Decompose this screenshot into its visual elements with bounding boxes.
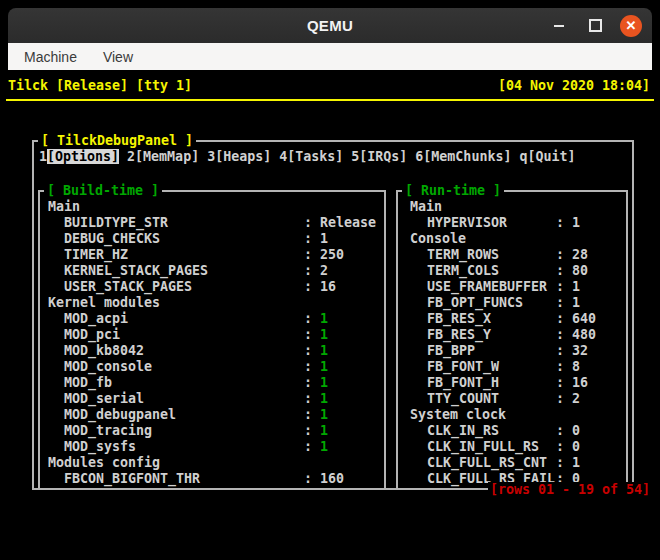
terminal-display[interactable]: Tilck [Release] [tty 1] [04 Nov 2020 18:… bbox=[0, 70, 660, 560]
run-time-panel: [ Run-time ] MainHYPERVISOR: 1ConsoleTER… bbox=[396, 190, 628, 490]
config-row: TERM_COLS: 80 bbox=[398, 263, 626, 279]
config-key: MOD_acpi bbox=[40, 311, 128, 326]
config-row: MOD_pci: 1 bbox=[40, 327, 384, 343]
config-value: 28 bbox=[572, 247, 588, 262]
config-value: 250 bbox=[320, 247, 344, 262]
tab-memmap[interactable]: 2[MemMap] bbox=[127, 149, 199, 165]
config-value: 1 bbox=[320, 391, 328, 406]
colon: : bbox=[304, 231, 320, 246]
config-key: FBCON_BIGFONT_THR bbox=[40, 471, 200, 486]
config-section-row: System clock bbox=[398, 407, 626, 423]
colon: : bbox=[304, 391, 320, 406]
config-key: HYPERVISOR bbox=[398, 215, 507, 230]
config-row: MOD_debugpanel: 1 bbox=[40, 407, 384, 423]
tab-memchunks[interactable]: 6[MemChunks] bbox=[415, 149, 511, 165]
config-value-group: : 1 bbox=[304, 231, 328, 247]
colon: : bbox=[556, 343, 572, 358]
config-key: FB_BPP bbox=[398, 343, 475, 358]
config-value-group: : 1 bbox=[556, 295, 580, 311]
config-value-group: : 480 bbox=[556, 327, 596, 343]
tab-label: [MemChunks] bbox=[423, 149, 511, 164]
config-value: 1 bbox=[320, 327, 328, 342]
maximize-button[interactable] bbox=[584, 15, 606, 37]
section-label: Modules config bbox=[40, 455, 160, 470]
minimize-icon bbox=[554, 25, 564, 27]
config-key: TERM_ROWS bbox=[398, 247, 499, 262]
config-value-group: : 2 bbox=[304, 263, 328, 279]
tab-heaps[interactable]: 3[Heaps] bbox=[207, 149, 271, 165]
tab-irqs[interactable]: 5[IRQs] bbox=[351, 149, 407, 165]
config-value-group: : 16 bbox=[304, 279, 336, 295]
colon: : bbox=[304, 375, 320, 390]
config-value: 16 bbox=[320, 279, 336, 294]
config-row: MOD_console: 1 bbox=[40, 359, 384, 375]
config-row: MOD_acpi: 1 bbox=[40, 311, 384, 327]
tab-options[interactable]: 1[Options] bbox=[39, 149, 119, 165]
config-value-group: : 1 bbox=[304, 391, 328, 407]
colon: : bbox=[556, 215, 572, 230]
tab-key: 2 bbox=[127, 149, 135, 164]
config-key: MOD_fb bbox=[40, 375, 112, 390]
maximize-icon bbox=[589, 19, 602, 32]
config-row: TERM_ROWS: 28 bbox=[398, 247, 626, 263]
config-value-group: : 2 bbox=[556, 391, 580, 407]
config-row: TIMER_HZ: 250 bbox=[40, 247, 384, 263]
config-key: DEBUG_CHECKS bbox=[40, 231, 160, 246]
config-value: 160 bbox=[320, 471, 344, 486]
colon: : bbox=[556, 455, 572, 470]
config-row: MOD_serial: 1 bbox=[40, 391, 384, 407]
run-time-title: [ Run-time ] bbox=[402, 183, 504, 199]
config-value: 480 bbox=[572, 327, 596, 342]
terminal-statusbar: Tilck [Release] [tty 1] [04 Nov 2020 18:… bbox=[8, 78, 650, 94]
config-value: 1 bbox=[320, 359, 328, 374]
config-value: 1 bbox=[572, 279, 580, 294]
config-value-group: : 1 bbox=[304, 359, 328, 375]
statusbar-separator bbox=[6, 99, 654, 101]
section-label: Console bbox=[398, 231, 466, 246]
config-key: TTY_COUNT bbox=[398, 391, 499, 406]
config-value-group: : 1 bbox=[556, 215, 580, 231]
close-button[interactable]: ✕ bbox=[620, 15, 642, 37]
section-label: Main bbox=[398, 199, 442, 214]
config-value-group: : 28 bbox=[556, 247, 588, 263]
config-value-group: : 1 bbox=[304, 407, 328, 423]
config-value: 2 bbox=[320, 263, 328, 278]
titlebar[interactable]: QEMU ✕ bbox=[8, 8, 652, 44]
status-left: Tilck [Release] [tty 1] bbox=[8, 78, 192, 94]
config-row: MOD_fb: 1 bbox=[40, 375, 384, 391]
colon: : bbox=[556, 391, 572, 406]
tab-quit[interactable]: q[Quit] bbox=[519, 149, 575, 165]
config-section-row: Main bbox=[40, 199, 384, 215]
config-key: MOD_kb8042 bbox=[40, 343, 144, 358]
config-value: 1 bbox=[320, 311, 328, 326]
config-key: USE_FRAMEBUFFER bbox=[398, 279, 547, 294]
config-value-group: : 80 bbox=[556, 263, 588, 279]
menu-view[interactable]: View bbox=[103, 49, 133, 65]
window-controls: ✕ bbox=[548, 8, 642, 43]
config-value-group: : 16 bbox=[556, 375, 588, 391]
tab-tasks[interactable]: 4[Tasks] bbox=[279, 149, 343, 165]
config-key: MOD_serial bbox=[40, 391, 144, 406]
config-key: FB_OPT_FUNCS bbox=[398, 295, 523, 310]
config-row: FB_RES_Y: 480 bbox=[398, 327, 626, 343]
colon: : bbox=[556, 359, 572, 374]
config-key: CLK_IN_RS bbox=[398, 423, 499, 438]
debug-panel-tabs: 1[Options]2[MemMap]3[Heaps]4[Tasks]5[IRQ… bbox=[39, 149, 583, 165]
colon: : bbox=[556, 375, 572, 390]
colon: : bbox=[556, 423, 572, 438]
minimize-button[interactable] bbox=[548, 15, 570, 37]
colon: : bbox=[556, 327, 572, 342]
build-time-rows: MainBUILDTYPE_STR: ReleaseDEBUG_CHECKS: … bbox=[40, 199, 384, 487]
colon: : bbox=[304, 471, 320, 486]
config-value: 0 bbox=[572, 439, 580, 454]
config-row: DEBUG_CHECKS: 1 bbox=[40, 231, 384, 247]
menu-machine[interactable]: Machine bbox=[24, 49, 77, 65]
config-key: FB_RES_Y bbox=[398, 327, 491, 342]
config-value: 16 bbox=[572, 375, 588, 390]
colon: : bbox=[304, 439, 320, 454]
colon: : bbox=[304, 215, 320, 230]
config-value-group: : Release bbox=[304, 215, 376, 231]
config-row: MOD_tracing: 1 bbox=[40, 423, 384, 439]
config-key: TERM_COLS bbox=[398, 263, 499, 278]
config-key: CLK_IN_FULL_RS bbox=[398, 439, 539, 454]
